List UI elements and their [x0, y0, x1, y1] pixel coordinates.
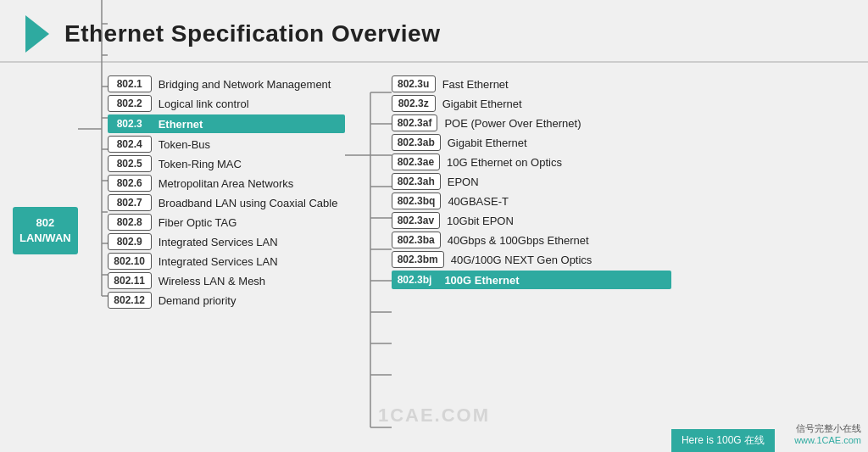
right-row-0: 802.3uFast Ethernet — [392, 75, 671, 92]
right-code-box-802.3av: 802.3av — [392, 212, 440, 229]
left-bracket-svg — [78, 0, 108, 309]
right-row-6: 802.3bq40GBASE-T — [392, 193, 671, 209]
right-row-label-4: 10G Ethernet on Optics — [447, 156, 562, 169]
row-label-5: Metropolitan Area Networks — [159, 177, 294, 190]
right-row-10: 802.3bj100G Ethernet — [392, 271, 671, 289]
right-row-8: 802.3ba40Gbps & 100Gbps Ethernet — [392, 232, 671, 248]
right-row-label-7: 10Gbit EPON — [447, 215, 514, 227]
right-row-label-2: POE (Power Over Ethernet) — [444, 117, 581, 130]
left-row-6: 802.7Broadband LAN using Coaxial Cable — [108, 194, 345, 211]
header: Ethernet Specification Overview — [0, 0, 868, 63]
right-code-box-802.3z: 802.3z — [392, 95, 436, 112]
right-row-label-3: Gigabit Ethernet — [448, 137, 527, 149]
right-row-3: 802.3abGigabit Ethernet — [392, 134, 671, 151]
code-box-802.2: 802.2 — [108, 95, 152, 112]
slide: Ethernet Specification Overview 802 LAN/… — [0, 0, 868, 452]
code-box-802.3: 802.3 — [108, 115, 152, 132]
left-row-4: 802.5Token-Ring MAC — [108, 155, 345, 172]
right-row-label-8: 40Gbps & 100Gbps Ethernet — [448, 234, 589, 247]
right-row-5: 802.3ahEPON — [392, 173, 671, 190]
row-label-2: Ethernet — [159, 118, 203, 131]
left-row-1: 802.2Logical link control — [108, 95, 345, 112]
row-label-7: Fiber Optic TAG — [159, 216, 237, 229]
right-row-2: 802.3afPOE (Power Over Ethernet) — [392, 114, 671, 131]
main-content: 802 LAN/WAN 802.1Bridging and Network M — [0, 63, 868, 452]
right-row-7: 802.3av10Gbit EPON — [392, 212, 671, 229]
left-row-8: 802.9Integrated Services LAN — [108, 233, 345, 250]
left-row-11: 802.12Demand priority — [108, 292, 345, 309]
row-label-9: Integrated Services LAN — [159, 255, 278, 268]
left-row-3: 802.4Token-Bus — [108, 136, 345, 153]
code-box-802.12: 802.12 — [108, 292, 152, 309]
page-title: Ethernet Specification Overview — [64, 20, 440, 47]
row-label-8: Integrated Services LAN — [159, 236, 278, 248]
row-label-0: Bridging and Network Management — [159, 78, 331, 91]
middle-connector-svg — [345, 75, 392, 440]
logo-area: 信号完整小在线 www.1CAE.com — [794, 422, 861, 445]
code-box-802.1: 802.1 — [108, 75, 152, 92]
row-label-11: Demand priority — [159, 294, 236, 307]
code-box-802.6: 802.6 — [108, 175, 152, 192]
right-row-1: 802.3zGigabit Ethernet — [392, 95, 671, 112]
right-row-9: 802.3bm40G/100G NEXT Gen Optics — [392, 251, 671, 268]
row-label-10: Wireless LAN & Mesh — [159, 275, 265, 287]
right-code-box-802.3bj: 802.3bj — [392, 271, 438, 288]
left-table: 802.1Bridging and Network Management802.… — [108, 75, 345, 309]
code-box-802.8: 802.8 — [108, 214, 152, 231]
right-row-label-5: EPON — [448, 176, 479, 188]
right-code-box-802.3ba: 802.3ba — [392, 232, 441, 248]
right-code-box-802.3ab: 802.3ab — [392, 134, 441, 151]
right-row-label-6: 40GBASE-T — [448, 195, 509, 208]
bottom-note: Here is 100G 在线 — [671, 429, 775, 452]
right-code-box-802.3ah: 802.3ah — [392, 173, 441, 190]
right-table: 802.3uFast Ethernet802.3zGigabit Etherne… — [392, 75, 671, 289]
right-row-4: 802.3ae10G Ethernet on Optics — [392, 153, 671, 170]
right-code-box-802.3u: 802.3u — [392, 75, 436, 92]
left-row-5: 802.6Metropolitan Area Networks — [108, 175, 345, 192]
left-row-7: 802.8Fiber Optic TAG — [108, 214, 345, 231]
left-row-10: 802.11Wireless LAN & Mesh — [108, 272, 345, 289]
code-box-802.11: 802.11 — [108, 272, 152, 289]
code-box-802.5: 802.5 — [108, 155, 152, 172]
left-row-9: 802.10Integrated Services LAN — [108, 253, 345, 270]
left-row-0: 802.1Bridging and Network Management — [108, 75, 345, 92]
right-row-label-10: 100G Ethernet — [444, 274, 519, 287]
row-label-6: Broadband LAN using Coaxial Cable — [159, 197, 338, 209]
left-row-2: 802.3Ethernet — [108, 114, 345, 133]
right-row-label-0: Fast Ethernet — [442, 78, 509, 91]
row-label-4: Token-Ring MAC — [159, 158, 242, 170]
code-box-802.10: 802.10 — [108, 253, 152, 270]
right-code-box-802.3bq: 802.3bq — [392, 193, 442, 209]
code-box-802.7: 802.7 — [108, 194, 152, 211]
right-row-label-9: 40G/100G NEXT Gen Optics — [451, 254, 593, 266]
row-label-1: Logical link control — [159, 98, 249, 110]
code-box-802.4: 802.4 — [108, 136, 152, 153]
row-label-3: Token-Bus — [159, 138, 210, 151]
header-arrow-icon — [25, 15, 49, 53]
right-code-box-802.3af: 802.3af — [392, 114, 438, 131]
lan-wan-box: 802 LAN/WAN — [13, 207, 78, 254]
right-code-box-802.3ae: 802.3ae — [392, 153, 440, 170]
right-code-box-802.3bm: 802.3bm — [392, 251, 444, 268]
code-box-802.9: 802.9 — [108, 233, 152, 250]
right-row-label-1: Gigabit Ethernet — [442, 98, 522, 110]
